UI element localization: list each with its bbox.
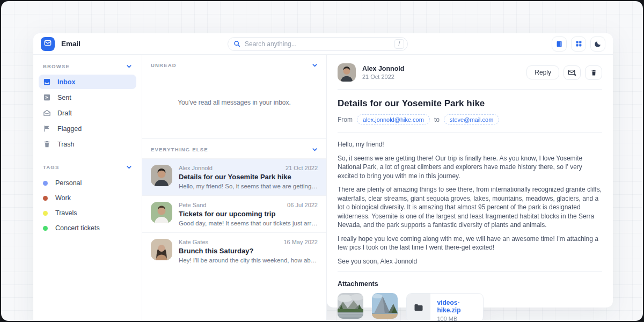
- mail-list-item[interactable]: Pete Sand 06 Jul 2022 Tickets for our up…: [142, 195, 326, 232]
- file-attachment-card[interactable]: videos-hike.zip 100 MB: [406, 293, 484, 321]
- mail-paragraph: Hello, my friend!: [338, 140, 602, 149]
- everything-else-section: EVERYTHING ELSE: [142, 138, 326, 269]
- detail-date: 21 Oct 2022: [362, 74, 404, 80]
- envelope-logo-icon: [44, 39, 52, 49]
- tag-label: Concert tickets: [55, 224, 100, 232]
- divider: [338, 271, 602, 272]
- avatar: [151, 165, 172, 186]
- tags-label: TAGS: [43, 164, 59, 170]
- photo-attachment-thumbnail[interactable]: [372, 293, 398, 319]
- mail-sender: Pete Sand: [179, 202, 206, 208]
- contacts-button[interactable]: [552, 36, 567, 52]
- photo-attachment-thumbnail[interactable]: [338, 293, 363, 319]
- mail-paragraph: So, it seems we are getting there! Our t…: [338, 154, 602, 181]
- brand: Email: [41, 37, 80, 51]
- divider: [338, 132, 602, 133]
- tag-color-dot: [43, 211, 48, 216]
- chevron-down-icon[interactable]: [126, 63, 132, 69]
- app-header: Email Search anything... /: [33, 33, 613, 55]
- file-name-link[interactable]: videos-hike.zip: [437, 299, 477, 314]
- mail-preview: Hello, my friend! So, it seems that we a…: [179, 183, 318, 189]
- desktop-background: Email Search anything... /: [1, 1, 643, 321]
- forward-mail-button[interactable]: [564, 65, 581, 80]
- topbar-actions: [552, 36, 605, 52]
- mail-subject: Details for our Yosemite Park hike: [179, 173, 318, 181]
- file-icon-pane: [407, 294, 430, 321]
- search-icon: [233, 40, 240, 47]
- search-shortcut-key: /: [394, 39, 404, 49]
- tag-label: Work: [55, 194, 71, 202]
- mail-item-content: Pete Sand 06 Jul 2022 Tickets for our up…: [179, 202, 318, 226]
- mail-subject: Tickets for our upcoming trip: [179, 210, 318, 218]
- tag-item-personal[interactable]: Personal: [39, 175, 136, 191]
- detail-sender-block: Alex Jonnold 21 Oct 2022: [362, 65, 404, 80]
- mail-item-content: Alex Jonnold 21 Oct 2022 Details for our…: [179, 165, 318, 189]
- mail-list-item[interactable]: Alex Jonnold 21 Oct 2022 Details for our…: [142, 158, 326, 195]
- apps-grid-button[interactable]: [571, 36, 586, 52]
- address-row: From alex.jonnold@hike.com to steve@mail…: [338, 114, 602, 125]
- avatar: [151, 239, 172, 260]
- detail-sender-name: Alex Jonnold: [362, 65, 404, 72]
- mail-list-item[interactable]: Kate Gates 16 May 2022 Brunch this Satur…: [142, 232, 326, 269]
- sidebar-item-label: Flagged: [57, 125, 82, 133]
- moon-icon: [594, 40, 602, 48]
- sidebar-item-label: Sent: [57, 94, 71, 101]
- sidebar-item-label: Trash: [57, 141, 75, 148]
- chevron-down-icon[interactable]: [312, 62, 318, 68]
- sidebar-item-inbox[interactable]: Inbox: [39, 75, 136, 89]
- chevron-down-icon[interactable]: [126, 164, 132, 170]
- trash-icon: [43, 140, 51, 148]
- sidebar-item-trash[interactable]: Trash: [39, 137, 136, 151]
- attachments-row: videos-hike.zip 100 MB: [338, 293, 602, 321]
- mail-date: 16 May 2022: [283, 239, 318, 245]
- browse-section-header: BROWSE: [39, 62, 136, 75]
- sidebar-item-label: Inbox: [57, 78, 75, 86]
- sidebar-item-sent[interactable]: Sent: [39, 90, 136, 105]
- app-body: BROWSE Inbox: [33, 55, 613, 321]
- divider: [338, 89, 602, 90]
- mail-date: 21 Oct 2022: [286, 165, 318, 171]
- grid-icon: [575, 40, 582, 47]
- mail-body: Hello, my friend! So, it seems we are ge…: [338, 140, 602, 266]
- mail-sender: Kate Gates: [179, 239, 208, 245]
- unread-empty-message: You've read all messages in your inbox.: [142, 74, 326, 138]
- tag-item-concert-tickets[interactable]: Concert tickets: [39, 221, 136, 236]
- chevron-down-icon[interactable]: [312, 147, 318, 152]
- everything-else-label: EVERYTHING ELSE: [151, 147, 208, 152]
- unread-section-header: UNREAD: [142, 55, 326, 74]
- from-email-chip[interactable]: alex.jonnold@hike.com: [357, 114, 430, 125]
- dark-mode-toggle[interactable]: [590, 36, 605, 52]
- detail-header: Alex Jonnold 21 Oct 2022 Reply: [338, 63, 602, 82]
- flag-icon: [43, 125, 51, 133]
- inbox-icon: [43, 78, 51, 86]
- sidebar-item-flagged[interactable]: Flagged: [39, 121, 136, 136]
- mail-item-content: Kate Gates 16 May 2022 Brunch this Satur…: [179, 239, 318, 264]
- mail-detail-pane: Alex Jonnold 21 Oct 2022 Reply: [327, 55, 613, 308]
- detail-actions: Reply: [526, 65, 602, 80]
- email-app-window: Email Search anything... /: [33, 33, 613, 321]
- unread-section: UNREAD You've read all messages in your …: [142, 55, 326, 138]
- sidebar: BROWSE Inbox: [33, 55, 142, 321]
- avatar: [151, 202, 172, 223]
- browse-label: BROWSE: [43, 63, 70, 69]
- tag-item-work[interactable]: Work: [39, 191, 136, 206]
- envelope-forward-icon: [568, 69, 576, 76]
- app-logo: [41, 37, 55, 51]
- search-input[interactable]: Search anything... /: [228, 37, 408, 51]
- to-label: to: [434, 116, 440, 123]
- tag-label: Personal: [55, 179, 82, 187]
- tag-color-dot: [43, 226, 48, 231]
- delete-mail-button[interactable]: [585, 65, 602, 80]
- address-book-icon: [555, 40, 563, 48]
- tag-color-dot: [43, 196, 48, 201]
- sidebar-item-label: Draft: [57, 109, 72, 117]
- mail-date: 06 Jul 2022: [287, 202, 318, 208]
- mail-preview: Hey! I'll be around the city this weeken…: [179, 257, 318, 264]
- reply-button[interactable]: Reply: [526, 65, 559, 79]
- attachments-label: Attachments: [338, 280, 602, 288]
- mail-preview: Good day, mate! It seems that our ticket…: [179, 220, 318, 226]
- sidebar-item-draft[interactable]: Draft: [39, 106, 136, 120]
- tag-item-travels[interactable]: Travels: [39, 206, 136, 221]
- to-email-chip[interactable]: steve@mail.com: [444, 114, 499, 125]
- app-title: Email: [61, 40, 80, 48]
